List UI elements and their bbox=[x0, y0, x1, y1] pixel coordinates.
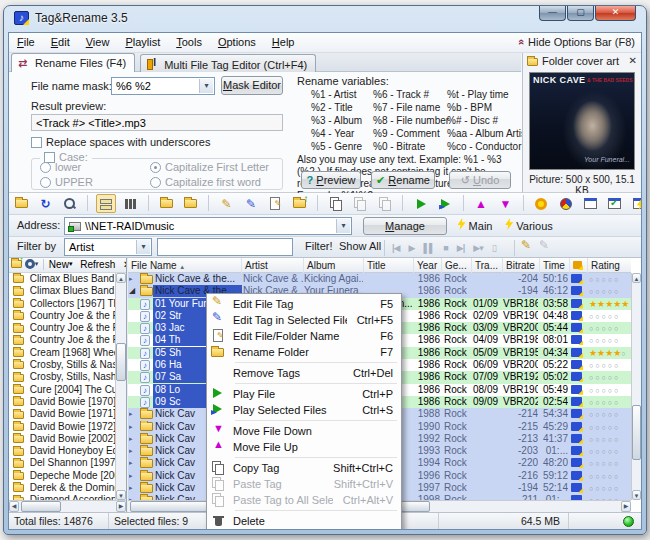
context-menu-item-edit-file-tag[interactable]: ✎Edit File TagF5 bbox=[207, 296, 401, 312]
copy-tag-button[interactable] bbox=[326, 194, 346, 213]
filter-field-combo[interactable]: Artist▾ bbox=[64, 238, 152, 256]
context-menu-item-move-file-down[interactable]: ▼Move File Down bbox=[207, 423, 401, 439]
context-menu-item-move-file-up[interactable]: ▲Move File Up bbox=[207, 439, 401, 455]
expander-icon[interactable] bbox=[129, 384, 139, 396]
collapse-folder-button[interactable] bbox=[156, 194, 176, 213]
mask-dropdown-arrow[interactable]: ▾ bbox=[199, 79, 213, 93]
manage-actions-button[interactable]: Manage Actions... bbox=[363, 217, 447, 235]
expander-icon[interactable]: ◢ bbox=[129, 285, 139, 297]
rating-cell[interactable]: ★★★★★ bbox=[589, 298, 631, 310]
column-file-name[interactable]: File Name ▲ bbox=[128, 258, 242, 273]
tree-folder-item[interactable]: Country Joe & the Fish bbox=[9, 310, 115, 322]
rating-cell[interactable]: ○○○○○ bbox=[589, 310, 631, 322]
pie-button[interactable] bbox=[556, 194, 576, 213]
tab-multi-file-tag-editor[interactable]: Multi File Tag Editor (Ctrl+F4) bbox=[140, 54, 316, 73]
rating-cell[interactable]: ○○○○○ bbox=[589, 408, 631, 420]
address-dropdown-arrow[interactable]: ▾ bbox=[336, 219, 350, 233]
column-bitrate[interactable]: Bitrate bbox=[503, 258, 540, 273]
rating-cell[interactable]: ○○○○○ bbox=[589, 396, 631, 408]
column-tag-type[interactable] bbox=[570, 258, 588, 273]
filter-apply-button[interactable]: Filter! bbox=[305, 240, 333, 252]
menu-options[interactable]: Options bbox=[210, 33, 264, 48]
expander-icon[interactable]: ▸ bbox=[129, 421, 139, 433]
mask-editor-button[interactable]: Mask Editor bbox=[221, 76, 283, 95]
edit-file-tag-button[interactable]: ✎ bbox=[217, 194, 237, 213]
context-menu-item-play-selected-files[interactable]: Play Selected FilesCtrl+S bbox=[207, 402, 401, 418]
scroll-up-arrow[interactable]: ▲ bbox=[116, 273, 126, 283]
move-file-down-button[interactable]: ▼ bbox=[495, 194, 515, 213]
main-actions-button[interactable]: Main bbox=[453, 217, 497, 235]
close-button[interactable]: ✕ bbox=[595, 6, 636, 21]
column-title[interactable]: Title bbox=[364, 258, 414, 273]
tree-close-icon[interactable]: ✕ bbox=[123, 259, 126, 270]
expander-icon[interactable]: ▸ bbox=[129, 482, 139, 494]
page-icon[interactable]: ▯ bbox=[492, 243, 496, 253]
tree-refresh-button[interactable]: Refresh bbox=[80, 259, 115, 270]
rating-cell[interactable]: ○○○○○ bbox=[589, 322, 631, 334]
rating-cell[interactable]: ○○○○○ bbox=[589, 285, 631, 297]
edit-selected-tags-button[interactable]: ✎ bbox=[241, 194, 261, 213]
expander-icon[interactable] bbox=[129, 359, 139, 371]
stop-icon[interactable]: ■ bbox=[443, 243, 447, 253]
filter-text-input[interactable] bbox=[157, 238, 293, 256]
menu-edit[interactable]: Edit bbox=[43, 33, 78, 48]
column-artist[interactable]: Artist bbox=[242, 258, 304, 273]
show-all-button[interactable]: Show All bbox=[339, 240, 381, 252]
file-name-mask-combo[interactable]: %6 %2▾ bbox=[111, 77, 215, 95]
expander-icon[interactable] bbox=[129, 334, 139, 346]
case-upper-radio[interactable]: UPPER bbox=[40, 176, 93, 188]
scroll-thumb[interactable] bbox=[116, 343, 126, 381]
expand-folder-button[interactable] bbox=[181, 194, 201, 213]
tree-folder-item[interactable]: Cream [1968] Wheels o bbox=[9, 347, 115, 359]
case-cap-first-letter-radio[interactable]: Capitalize First Letter bbox=[150, 161, 269, 173]
tree-folder-item[interactable]: Derek & the Dominos bbox=[9, 482, 115, 494]
tree-folder-item[interactable]: Depeche Mode [2005] bbox=[9, 470, 115, 482]
rating-cell[interactable]: ○○○○○ bbox=[589, 470, 631, 482]
skip-back-icon[interactable]: |◀ bbox=[392, 243, 399, 253]
gear-icon[interactable] bbox=[25, 259, 35, 269]
column-rating[interactable]: Rating bbox=[588, 258, 633, 273]
expander-icon[interactable]: ▸ bbox=[129, 408, 139, 420]
pencil-yellow-icon[interactable]: ✎ bbox=[521, 239, 531, 251]
expander-icon[interactable] bbox=[129, 322, 139, 334]
play-file-button[interactable] bbox=[411, 194, 431, 213]
context-menu-item-edit-file-folder-name[interactable]: Edit File/Folder NameF6 bbox=[207, 328, 401, 344]
tree-vertical-scrollbar[interactable]: ▲ ▼ bbox=[115, 273, 126, 500]
column-genre[interactable]: Ge... bbox=[442, 258, 472, 273]
scroll-thumb[interactable] bbox=[632, 405, 641, 460]
menu-playlist[interactable]: Playlist bbox=[117, 33, 168, 48]
scroll-left-arrow[interactable]: ◀ bbox=[9, 501, 19, 512]
scroll-right-arrow[interactable]: ▶ bbox=[621, 501, 631, 512]
rename-button[interactable]: ✔ Rename bbox=[371, 171, 435, 189]
tree-folder-item[interactable]: David Honeyboy Edwa bbox=[9, 445, 115, 457]
expander-icon[interactable] bbox=[129, 310, 139, 322]
window-check-button[interactable] bbox=[605, 194, 625, 213]
context-menu-item-delete[interactable]: Delete bbox=[207, 513, 401, 529]
scroll-thumb[interactable] bbox=[21, 501, 61, 512]
column-year[interactable]: Year bbox=[414, 258, 442, 273]
context-menu-item-copy-tag[interactable]: Copy TagShift+Ctrl+C bbox=[207, 460, 401, 476]
view-list-button[interactable] bbox=[96, 194, 116, 213]
case-lower-radio[interactable]: lower bbox=[40, 161, 81, 173]
cover-panel-header[interactable]: Folder cover art✕ bbox=[523, 53, 641, 71]
context-menu-item-paste-tag[interactable]: Paste TagShift+Ctrl+V bbox=[207, 476, 401, 492]
tree-folder-item[interactable]: David Bowie [1971] Hu bbox=[9, 408, 115, 420]
expander-icon[interactable] bbox=[129, 347, 139, 359]
rating-cell[interactable]: ○○○○○ bbox=[589, 482, 631, 494]
column-track[interactable]: Tra... bbox=[472, 258, 503, 273]
expander-icon[interactable] bbox=[129, 396, 139, 408]
search-button[interactable] bbox=[60, 194, 80, 213]
undo-button[interactable]: ↺ Undo bbox=[449, 171, 511, 189]
tree-folder-item[interactable]: David Bowie [1972] Zig bbox=[9, 421, 115, 433]
replace-spaces-checkbox[interactable]: Replace spaces with underscores bbox=[31, 136, 210, 148]
filter-dropdown-arrow[interactable]: ▾ bbox=[136, 240, 150, 254]
rating-cell[interactable]: ○○○○○ bbox=[589, 371, 631, 383]
play-down-icon[interactable]: ▶▾ bbox=[473, 243, 482, 253]
scroll-down-arrow[interactable]: ▼ bbox=[632, 490, 641, 500]
tree-folder-item[interactable]: Crosby, Stills & Nash [ bbox=[9, 359, 115, 371]
preview-button[interactable]: ? Preview bbox=[301, 171, 361, 189]
rating-cell[interactable]: ★★★★○ bbox=[589, 347, 631, 359]
tree-folder-item[interactable]: David Bowie [2002] Be bbox=[9, 433, 115, 445]
view-columns-button[interactable] bbox=[120, 194, 140, 213]
rating-cell[interactable]: ○○○○○ bbox=[589, 445, 631, 457]
